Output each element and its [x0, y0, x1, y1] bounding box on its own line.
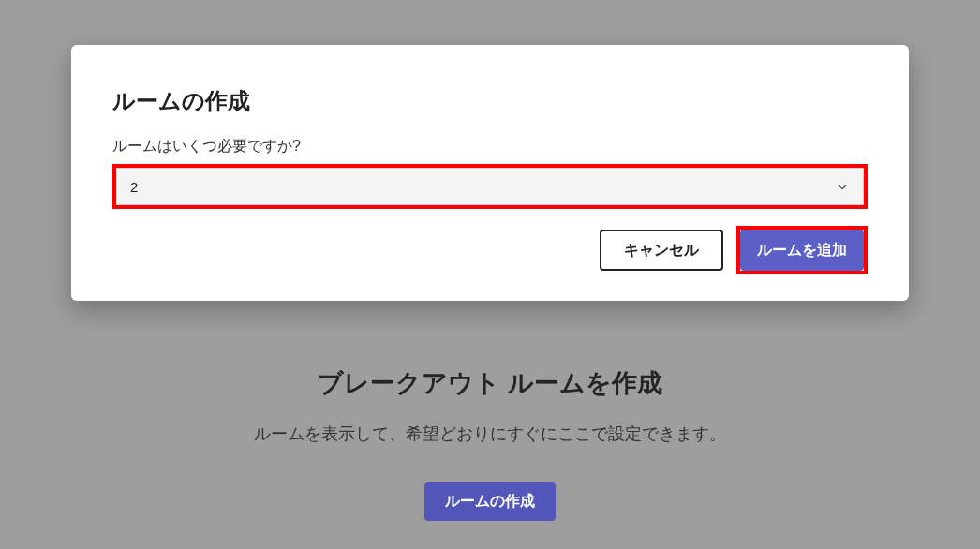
cancel-button[interactable]: キャンセル: [600, 230, 723, 271]
chevron-down-icon: [835, 179, 850, 194]
background-subtext: ルームを表示して、希望どおりにすぐにここで設定できます。: [254, 423, 726, 445]
create-room-button-background[interactable]: ルームの作成: [424, 482, 556, 521]
add-room-button[interactable]: ルームを追加: [740, 230, 864, 271]
modal-title: ルームの作成: [112, 86, 868, 116]
room-count-select[interactable]: 2: [116, 168, 864, 205]
room-count-label: ルームはいくつ必要ですか?: [112, 137, 868, 156]
modal-button-row: キャンセル ルームを追加: [112, 226, 868, 274]
add-room-button-highlight: ルームを追加: [736, 226, 868, 274]
create-room-modal: ルームの作成 ルームはいくつ必要ですか? 2 キャンセル ルームを追加: [71, 45, 909, 301]
room-count-value: 2: [130, 179, 138, 195]
room-count-select-highlight: 2: [112, 164, 868, 209]
background-heading: ブレークアウト ルームを作成: [318, 366, 662, 400]
